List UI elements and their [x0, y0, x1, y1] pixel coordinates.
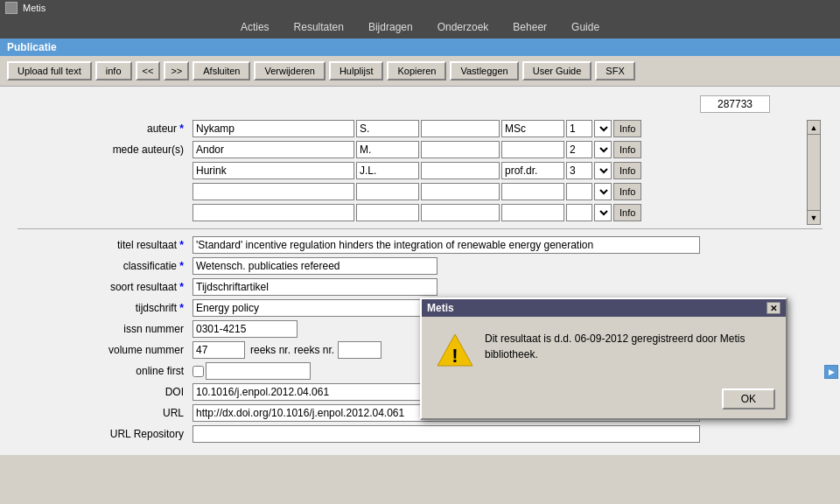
- tijdschrift-label: tijdschrift *: [18, 302, 192, 314]
- author4-info-button[interactable]: Info: [613, 183, 641, 200]
- author4-num[interactable]: [566, 183, 592, 200]
- online-first-checkbox[interactable]: [192, 366, 204, 377]
- authors-scrollbar: ▲ ▼: [807, 120, 821, 225]
- online-first-label: online first: [18, 365, 192, 377]
- author4-last[interactable]: [192, 183, 354, 200]
- info-button[interactable]: info: [95, 61, 132, 80]
- close-button[interactable]: Afsluiten: [192, 61, 250, 80]
- record-id-field[interactable]: [700, 95, 770, 113]
- author3-title[interactable]: [501, 162, 564, 179]
- delete-button[interactable]: Verwijderen: [254, 61, 325, 80]
- author3-last[interactable]: [192, 162, 354, 179]
- scroll-up-button[interactable]: ▲: [808, 121, 820, 135]
- titel-input[interactable]: [192, 236, 700, 254]
- tijdschrift-input[interactable]: [192, 299, 438, 317]
- author1-title[interactable]: [501, 120, 564, 137]
- prev-button[interactable]: <<: [136, 61, 161, 80]
- warning-icon: !: [436, 331, 474, 369]
- scroll-down-button[interactable]: ▼: [808, 210, 820, 224]
- soort-input[interactable]: [192, 278, 438, 296]
- author4-title[interactable]: [501, 183, 564, 200]
- menu-guide[interactable]: Guide: [568, 19, 603, 35]
- app-title-bar: Metis: [0, 0, 840, 16]
- author-row-4: Info: [18, 183, 822, 200]
- author5-info-button[interactable]: Info: [613, 204, 641, 221]
- toolbar: Upload full text info << >> Afsluiten Ve…: [0, 56, 840, 87]
- menu-acties[interactable]: Acties: [237, 19, 273, 35]
- required-star-1: *: [179, 122, 184, 135]
- author3-num-select[interactable]: 312: [594, 162, 612, 179]
- issn-input[interactable]: [192, 320, 298, 338]
- author3-info-button[interactable]: Info: [613, 162, 641, 179]
- modal-footer: OK: [422, 383, 786, 418]
- upload-fulltext-button[interactable]: Upload full text: [7, 61, 92, 80]
- author2-last[interactable]: [192, 141, 354, 158]
- author2-num-select[interactable]: 213: [594, 141, 612, 158]
- author4-mid[interactable]: [421, 183, 500, 200]
- reeks-input[interactable]: [338, 341, 382, 359]
- sfx-button[interactable]: SFX: [595, 61, 634, 80]
- app-icon: [5, 2, 18, 14]
- author5-first[interactable]: [356, 204, 419, 221]
- id-row: [18, 95, 822, 113]
- author4-first[interactable]: [356, 183, 419, 200]
- titel-label: titel resultaat *: [18, 239, 192, 251]
- url-repo-input[interactable]: [192, 425, 700, 443]
- author3-mid[interactable]: [421, 162, 500, 179]
- author5-mid[interactable]: [421, 204, 500, 221]
- classificatie-label: classificatie *: [18, 260, 192, 272]
- author-fields-2: 213 Info: [192, 141, 641, 158]
- soort-row: soort resultaat *: [18, 278, 822, 296]
- url-repo-label: URL Repository: [18, 428, 192, 440]
- author5-title[interactable]: [501, 204, 564, 221]
- help-button[interactable]: Hulplijst: [329, 61, 384, 80]
- author2-mid[interactable]: [421, 141, 500, 158]
- author-row-1: auteur * 123 Info: [18, 120, 822, 137]
- menu-resultaten[interactable]: Resultaten: [290, 19, 347, 35]
- menu-bijdragen[interactable]: Bijdragen: [365, 19, 416, 35]
- author1-mid[interactable]: [421, 120, 500, 137]
- copy-button[interactable]: Kopieren: [387, 61, 446, 80]
- classificatie-input[interactable]: [192, 257, 438, 275]
- titel-row: titel resultaat *: [18, 236, 822, 254]
- save-button[interactable]: Vastleggen: [450, 61, 518, 80]
- author1-last[interactable]: [192, 120, 354, 137]
- author-row-5: Info: [18, 204, 822, 221]
- menu-onderzoek[interactable]: Onderzoek: [434, 19, 493, 35]
- author3-num[interactable]: [566, 162, 592, 179]
- author1-info-button[interactable]: Info: [613, 120, 641, 137]
- modal-ok-button[interactable]: OK: [722, 388, 775, 410]
- guide-button[interactable]: User Guide: [522, 61, 592, 80]
- side-action-icon[interactable]: ▶: [824, 365, 838, 379]
- menu-beheer[interactable]: Beheer: [509, 19, 550, 35]
- author-row-2: mede auteur(s) 213 Info: [18, 141, 822, 158]
- form-divider: [18, 228, 822, 229]
- author-fields-5: Info: [192, 204, 641, 221]
- next-button[interactable]: >>: [164, 61, 189, 80]
- author1-num[interactable]: [566, 120, 592, 137]
- author-fields-4: Info: [192, 183, 641, 200]
- modal-close-button[interactable]: ✕: [766, 302, 780, 314]
- author4-num-select[interactable]: [594, 183, 612, 200]
- reeks-label: reeks nr.: [250, 344, 290, 356]
- auteur-label: auteur *: [18, 122, 192, 135]
- online-first-input[interactable]: [206, 362, 311, 380]
- author1-num-select[interactable]: 123: [594, 120, 612, 137]
- author2-first[interactable]: [356, 141, 419, 158]
- author2-num[interactable]: [566, 141, 592, 158]
- author3-first[interactable]: [356, 162, 419, 179]
- author2-info-button[interactable]: Info: [613, 141, 641, 158]
- modal-message: Dit resultaat is d.d. 06-09-2012 geregis…: [485, 331, 772, 362]
- volume-input[interactable]: [192, 341, 245, 359]
- author1-first[interactable]: [356, 120, 419, 137]
- reeks-nr-label: reeks nr.: [294, 344, 334, 356]
- authors-area: auteur * 123 Info mede auteur(s): [18, 120, 822, 221]
- author2-title[interactable]: [501, 141, 564, 158]
- mede-auteur-label: mede auteur(s): [18, 144, 192, 156]
- author5-num-select[interactable]: [594, 204, 612, 221]
- author5-num[interactable]: [566, 204, 592, 221]
- modal-body: ! Dit resultaat is d.d. 06-09-2012 gereg…: [422, 317, 786, 383]
- author-fields-1: 123 Info: [192, 120, 641, 137]
- author5-last[interactable]: [192, 204, 354, 221]
- author-row-3: 312 Info: [18, 162, 822, 179]
